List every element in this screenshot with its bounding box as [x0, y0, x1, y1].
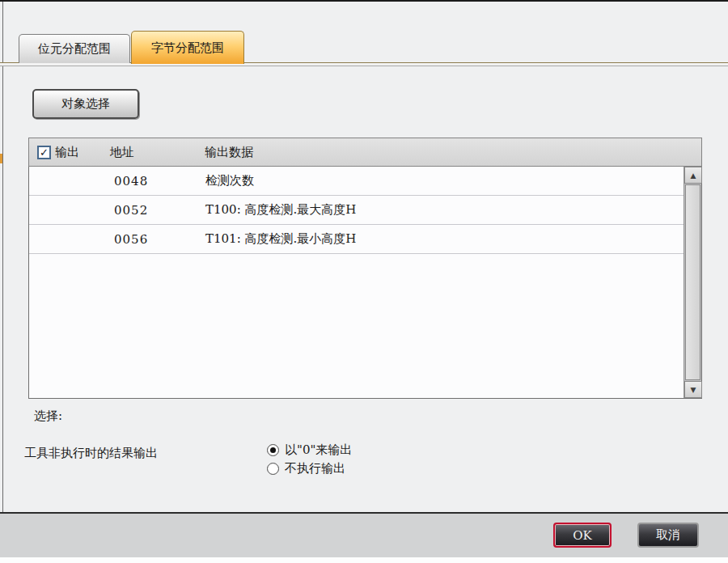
vertical-scrollbar[interactable]: ▲ ▼: [684, 167, 701, 398]
tab-label: 位元分配范围: [38, 41, 111, 57]
ok-button-label: OK: [573, 528, 592, 543]
table-row[interactable]: 0056 T101: 高度检测.最小高度H: [29, 225, 701, 254]
radio-selected-icon: [267, 444, 279, 456]
selection-label: 选择:: [34, 408, 62, 424]
row-address: 0056: [114, 225, 148, 253]
radio-label: 不执行输出: [285, 461, 345, 476]
radio-no-output[interactable]: 不执行输出: [267, 461, 345, 476]
table-row[interactable]: 0048 检测次数: [29, 167, 701, 196]
object-select-button[interactable]: 对象选择: [32, 89, 139, 119]
row-data: T100: 高度检测.最大高度H: [205, 196, 356, 224]
row-address: 0048: [114, 167, 148, 195]
column-header-address: 地址: [110, 138, 134, 166]
row-data: T101: 高度检测.最小高度H: [205, 225, 356, 253]
ok-button[interactable]: OK: [553, 523, 612, 548]
top-border: [0, 0, 728, 2]
cancel-button-label: 取消: [656, 527, 680, 543]
column-header-data: 输出数据: [205, 138, 253, 166]
radio-unselected-icon: [267, 463, 279, 475]
checkmark-icon: ✓: [40, 146, 49, 159]
tab-label: 字节分配范围: [151, 40, 224, 56]
bottom-strip: [0, 557, 728, 563]
scroll-up-button[interactable]: ▲: [684, 167, 702, 184]
tab-bit-allocation-range[interactable]: 位元分配范围: [19, 34, 130, 63]
radio-label: 以"0"来输出: [285, 442, 352, 458]
scroll-down-button[interactable]: ▼: [684, 381, 702, 398]
scroll-up-icon: ▲: [691, 171, 696, 180]
scroll-down-icon: ▼: [691, 386, 696, 394]
output-data-list: 0048 检测次数 0052 T100: 高度检测.最大高度H 0056 T10…: [28, 167, 702, 399]
left-border: [2, 2, 3, 513]
row-data: 检测次数: [205, 167, 254, 195]
footer: OK 取消: [0, 514, 728, 557]
radio-output-as-zero[interactable]: 以"0"来输出: [267, 442, 352, 458]
table-row[interactable]: 0052 T100: 高度检测.最大高度H: [29, 196, 701, 225]
nonexec-output-label: 工具非执行时的结果输出: [24, 446, 158, 461]
cancel-button[interactable]: 取消: [637, 523, 699, 548]
output-checkbox[interactable]: ✓: [37, 146, 51, 159]
tab-byte-allocation-range[interactable]: 字节分配范围: [131, 31, 244, 64]
table-header: ✓ 输出 地址 输出数据: [28, 138, 702, 167]
object-select-label: 对象选择: [61, 96, 110, 112]
column-header-output: 输出: [55, 138, 79, 166]
left-edge-orange-tick: [0, 154, 2, 163]
scrollbar-thumb[interactable]: [685, 184, 700, 380]
allocation-dialog: 位元分配范围 字节分配范围 对象选择 ✓ 输出 地址 输出数据 0048 检测次…: [0, 0, 728, 563]
row-address: 0052: [114, 196, 148, 224]
